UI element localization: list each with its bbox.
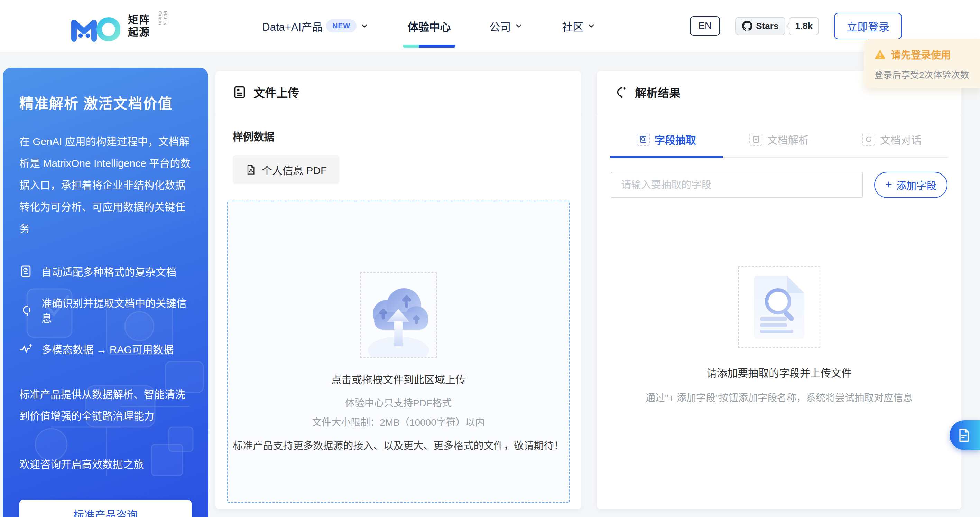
field-extract-icon: [636, 133, 650, 146]
logo[interactable]: 矩阵 起源 Matrix Origin: [68, 10, 168, 42]
active-nav-underline: [403, 44, 455, 48]
document-icon: [956, 428, 971, 443]
parse-result-icon: [614, 86, 628, 99]
floating-doc-button[interactable]: [950, 420, 980, 450]
hero-feature-list: 自动适配多种格式的复杂文档 准确识别并提取文档中的关键信息 多模态数据 → RA…: [19, 264, 192, 356]
doc-search-illustration: [746, 273, 812, 341]
language-toggle-button[interactable]: EN: [690, 16, 720, 36]
nav-item-label: 公司: [489, 18, 511, 34]
sample-file-chip[interactable]: 个人信息 PDF: [233, 155, 339, 184]
github-stars-widget[interactable]: Stars 1.8k: [735, 17, 819, 35]
top-navbar: 矩阵 起源 Matrix Origin Data+AI产品 NEW 体验中心 公…: [0, 0, 980, 52]
dropzone-format-hint: 体验中心只支持PDF格式: [345, 395, 452, 409]
head-speech-icon: [19, 303, 32, 317]
nav-item-experience-center[interactable]: 体验中心: [408, 13, 450, 39]
new-badge: NEW: [326, 19, 356, 32]
pdf-file-icon: [245, 164, 256, 175]
chevron-down-icon: [587, 21, 596, 30]
dropzone-note: 标准产品支持更多数据源的接入、以及更大、更多格式的文件，敬请期待！: [233, 438, 564, 452]
chevron-down-icon: [514, 21, 523, 30]
empty-state-title: 请添加要抽取的字段并上传文件: [706, 365, 852, 380]
hero-panel: 精准解析 激活文档价值 在 GenAI 应用的构建过程中，文档解析是 Matri…: [3, 68, 208, 517]
hero-paragraph-governance: 标准产品提供从数据解析、智能清洗到价值增强的全链路治理能力: [19, 384, 192, 427]
field-input-row: + 添加字段: [611, 172, 948, 198]
tab-label: 文档对话: [880, 132, 921, 147]
tab-document-chat[interactable]: 文档对话: [835, 125, 948, 157]
nav-menu: Data+AI产品 NEW 体验中心 公司 社区: [262, 13, 596, 39]
parse-result-card: 解析结果 字段抽取 文档解析: [597, 71, 961, 509]
cloud-upload-illustration: [364, 279, 433, 357]
sample-data-label: 样例数据: [227, 128, 570, 143]
feature-item-rag: 多模态数据 → RAG可用数据: [19, 341, 192, 356]
tab-field-extraction[interactable]: 字段抽取: [610, 125, 723, 157]
result-tabs: 字段抽取 文档解析 文档对话: [610, 125, 948, 158]
result-card-title: 解析结果: [635, 84, 681, 101]
add-field-button[interactable]: + 添加字段: [874, 172, 948, 198]
upload-card-header: 文件上传: [215, 71, 581, 114]
nav-item-label: Data+AI产品: [262, 18, 323, 34]
field-name-input[interactable]: [611, 172, 863, 198]
logo-mo-icon: [68, 10, 120, 42]
tab-label: 文档解析: [767, 132, 809, 147]
nav-right-controls: EN Stars 1.8k 立即登录: [690, 13, 902, 40]
logo-cn-line1: 矩阵: [128, 13, 150, 26]
logo-en-text: Matrix Origin: [158, 11, 168, 41]
chevron-down-icon: [360, 21, 369, 30]
plus-icon: +: [885, 178, 892, 190]
feature-label: 多模态数据 → RAG可用数据: [41, 341, 173, 356]
upload-illustration-frame: [360, 272, 437, 358]
empty-state: 请添加要抽取的字段并上传文件 通过"+ 添加字段"按钮添加字段名称，系统将尝试抽…: [597, 266, 961, 404]
github-octocat-icon: [742, 21, 752, 31]
feature-item-formats: 自动适配多种格式的复杂文档: [19, 264, 192, 279]
sample-file-name: 个人信息 PDF: [262, 162, 327, 177]
standard-product-consult-button[interactable]: 标准产品咨询: [19, 500, 192, 517]
file-dropzone[interactable]: 点击或拖拽文件到此区域上传 体验中心只支持PDF格式 文件大小限制：2MB（10…: [227, 201, 570, 503]
feature-label: 自动适配多种格式的复杂文档: [41, 264, 177, 279]
nav-item-data-ai[interactable]: Data+AI产品 NEW: [262, 13, 369, 39]
doc-pie-icon: [19, 265, 32, 278]
add-field-label: 添加字段: [896, 178, 936, 192]
toast-title: 请先登录使用: [891, 47, 951, 62]
dropzone-size-hint: 文件大小限制：2MB（10000字符）以内: [312, 415, 484, 428]
github-stars-label: Stars: [756, 21, 778, 32]
nav-item-label: 体验中心: [408, 18, 450, 34]
pulse-sparkle-icon: [19, 342, 32, 355]
logo-cn-line2: 起源: [128, 26, 150, 38]
empty-state-subtitle: 通过"+ 添加字段"按钮添加字段名称，系统将尝试抽取对应信息: [646, 390, 913, 404]
doc-parse-icon: [749, 133, 762, 146]
login-button[interactable]: 立即登录: [834, 13, 902, 40]
nav-item-company[interactable]: 公司: [489, 13, 523, 39]
toast-subtitle: 登录后享受2次体验次数: [874, 68, 971, 81]
hero-description: 在 GenAI 应用的构建过程中，文档解析是 MatrixOne Intelli…: [19, 131, 192, 239]
feature-item-key-info: 准确识别并提取文档中的关键信息: [19, 295, 192, 325]
nav-item-label: 社区: [562, 18, 583, 34]
nav-item-community[interactable]: 社区: [562, 13, 596, 39]
github-star-count: 1.8k: [789, 17, 819, 35]
empty-illustration-frame: [738, 266, 820, 348]
tab-document-parsing[interactable]: 文档解析: [723, 125, 835, 157]
tab-label: 字段抽取: [655, 132, 696, 147]
login-required-toast: 请先登录使用 登录后享受2次体验次数: [864, 39, 980, 88]
feature-label: 准确识别并提取文档中的关键信息: [41, 295, 192, 325]
dropzone-main-text: 点击或拖拽文件到此区域上传: [331, 371, 466, 386]
hero-title: 精准解析 激活文档价值: [19, 92, 192, 113]
file-upload-icon: [233, 86, 247, 99]
logo-wordmark: 矩阵 起源: [128, 13, 150, 38]
doc-chat-icon: [862, 133, 875, 146]
warning-icon: [874, 48, 886, 60]
file-upload-card: 文件上传 样例数据 个人信息 PDF: [215, 71, 581, 509]
hero-paragraph-welcome: 欢迎咨询开启高效数据之旅: [19, 456, 192, 471]
upload-card-title: 文件上传: [253, 84, 299, 101]
